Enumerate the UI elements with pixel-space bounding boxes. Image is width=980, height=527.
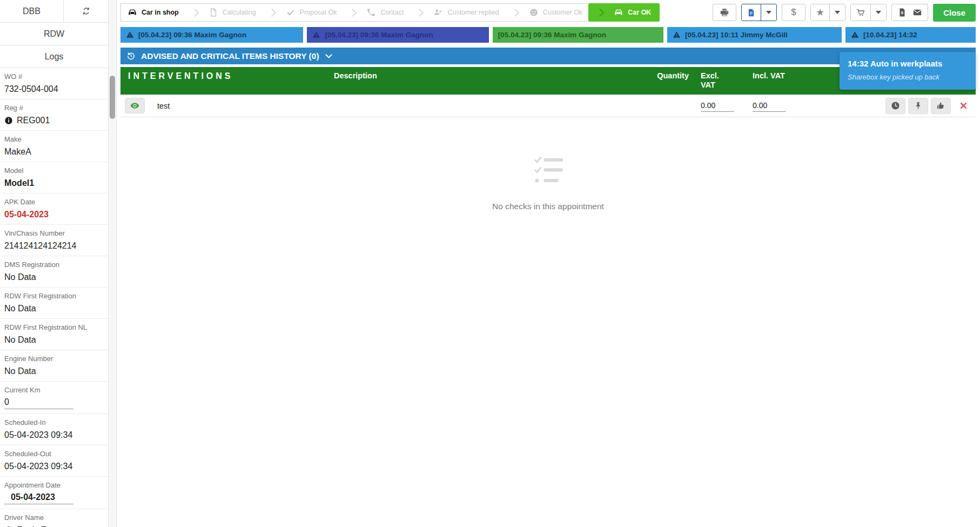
thumbs-up-icon xyxy=(936,101,945,110)
clock-icon xyxy=(891,101,900,110)
close-button[interactable]: Close xyxy=(933,4,976,22)
history-icon xyxy=(126,51,136,61)
vehicle-field: Engine Number No Data xyxy=(0,350,108,382)
workflow-step[interactable]: Car in shop xyxy=(121,4,185,21)
field-label: Model xyxy=(4,166,108,175)
warning-icon xyxy=(312,31,320,39)
vehicle-field: Scheduled-In 05-04-2023 09:34 xyxy=(0,414,108,445)
envelope-icon xyxy=(912,8,922,17)
status-bar-text: [10.04.23] 14:32 xyxy=(863,31,917,39)
pricing-button[interactable]: $ xyxy=(782,4,806,21)
field-value: REG001 xyxy=(17,116,50,125)
warning-icon xyxy=(126,31,134,39)
field-label: DMS Registration xyxy=(4,261,108,269)
status-bar[interactable]: [05.04.23] 10:11 Jimmy McGill xyxy=(667,27,842,43)
tab-dbb[interactable]: DBB xyxy=(0,0,64,22)
smiley-icon xyxy=(529,8,539,17)
info-icon[interactable] xyxy=(4,116,13,125)
status-bar[interactable]: [05.04.23] 09:36 Maxim Gagnon xyxy=(307,27,488,43)
interventions-rows: test xyxy=(120,95,976,117)
field-label: Engine Number xyxy=(4,355,108,363)
caret-down-icon xyxy=(876,11,881,14)
field-label: Driver Name xyxy=(4,513,108,522)
step-label: Customer replied xyxy=(447,9,499,16)
car-icon xyxy=(127,8,137,17)
sidebar-scrollbar[interactable] xyxy=(108,0,117,527)
field-value: 05-04-2023 xyxy=(4,492,73,504)
step-label: Calculating xyxy=(223,9,256,16)
workflow-steps: Car in shop Calculating Proposal Ok Cont… xyxy=(120,3,660,22)
field-value: No Data xyxy=(4,335,36,345)
cart-dropdown-button[interactable] xyxy=(870,4,886,21)
field-label: Scheduled-Out xyxy=(4,450,108,458)
document-button-group xyxy=(741,4,777,21)
step-label: Car in shop xyxy=(142,9,179,16)
field-value: No Data xyxy=(4,366,36,376)
field-label: APK Date xyxy=(4,198,108,206)
workflow-step[interactable]: Customer replied xyxy=(410,4,505,21)
notification-toast[interactable]: 14:32 Auto in werkplaats Sharebox key pi… xyxy=(840,52,976,90)
status-bar-text: [05.04.23] 09:36 Maxim Gagnon xyxy=(498,31,606,39)
document-dropdown-button[interactable] xyxy=(761,4,776,21)
vehicle-field: RDW First Registration NL No Data xyxy=(0,319,108,350)
step-label: Proposal Ok xyxy=(300,9,337,16)
vehicle-field: DMS Registration No Data xyxy=(0,256,108,288)
column-incl-vat: Incl. VAT xyxy=(731,71,789,81)
svg-text:$: $ xyxy=(901,11,903,15)
workflow-step[interactable]: Proposal Ok xyxy=(263,4,344,21)
vehicle-field: WO # 732-0504-004 xyxy=(0,68,108,99)
checklist-icon xyxy=(532,156,565,185)
excl-vat-input[interactable] xyxy=(701,100,734,112)
scrollbar-thumb[interactable] xyxy=(110,76,115,119)
workflow-step[interactable]: Contact xyxy=(343,4,410,21)
vehicle-field: RDW First Registration No Data xyxy=(0,288,108,319)
intervention-name: test xyxy=(157,102,170,110)
vehicle-fields: WO # 732-0504-004 Reg # REG001 Make Make… xyxy=(0,68,108,527)
field-label: Scheduled-In xyxy=(4,418,108,426)
dollar-icon: $ xyxy=(791,7,796,18)
notification-title: 14:32 Auto in werkplaats xyxy=(848,59,968,68)
approve-button[interactable] xyxy=(931,98,951,114)
delete-intervention-button[interactable] xyxy=(954,98,974,114)
intervention-history-button[interactable] xyxy=(885,98,905,114)
invoice-icon: $ xyxy=(897,8,907,17)
vehicle-field: Appointment Date 05-04-2023 xyxy=(0,477,108,509)
checks-empty-state: No checks in this appointment xyxy=(120,156,976,211)
field-value: No Data xyxy=(4,272,36,282)
pin-button[interactable] xyxy=(908,98,928,114)
workflow-step[interactable]: Customer Ok xyxy=(506,4,589,21)
incl-vat-input[interactable] xyxy=(753,100,786,112)
view-intervention-button[interactable] xyxy=(125,98,145,114)
status-bar[interactable]: [05.04.23] 09:36 Maxim Gagnon xyxy=(120,27,303,43)
status-bar[interactable]: [10.04.23] 14:32 xyxy=(845,27,976,43)
cart-button-group xyxy=(850,4,887,21)
file-icon xyxy=(209,8,218,17)
vehicle-field: Reg # REG001 xyxy=(0,99,108,131)
cart-button[interactable] xyxy=(851,4,870,21)
invoice-mail-button[interactable]: $ xyxy=(891,4,928,21)
vehicle-field: Driver Name Enela Test xyxy=(0,509,108,527)
tab-rdw[interactable]: RDW xyxy=(0,23,108,45)
eye-icon xyxy=(130,101,140,111)
step-label: Contact xyxy=(380,9,404,16)
field-value: MakeA xyxy=(4,147,31,157)
workflow-step[interactable]: Calculating xyxy=(185,4,263,21)
status-bar[interactable]: [05.04.23] 09:36 Maxim Gagnon xyxy=(493,27,663,43)
print-button[interactable] xyxy=(713,4,736,21)
toolbar: $ ★ $ Close xyxy=(713,4,976,22)
pin-icon xyxy=(914,101,923,110)
interventions-title: INTERVENTIONS xyxy=(120,71,334,82)
workflow-step[interactable]: Car OK xyxy=(588,3,660,22)
vehicle-sidebar: DBB RDW Logs WO # 732-0504-004 Reg # REG… xyxy=(0,0,108,527)
favorite-dropdown-button[interactable] xyxy=(829,4,845,21)
favorite-button[interactable]: ★ xyxy=(811,4,829,21)
star-icon: ★ xyxy=(816,8,824,17)
refresh-button[interactable] xyxy=(64,0,108,22)
x-icon xyxy=(959,102,968,110)
vehicle-field: Vin/Chasis Number 214124124124214 xyxy=(0,225,108,256)
tab-logs[interactable]: Logs xyxy=(0,45,108,68)
step-label: Car OK xyxy=(628,9,651,16)
document-button[interactable] xyxy=(742,4,761,21)
status-bar-text: [05.04.23] 09:36 Maxim Gagnon xyxy=(138,31,246,39)
field-value: No Data xyxy=(4,304,36,313)
